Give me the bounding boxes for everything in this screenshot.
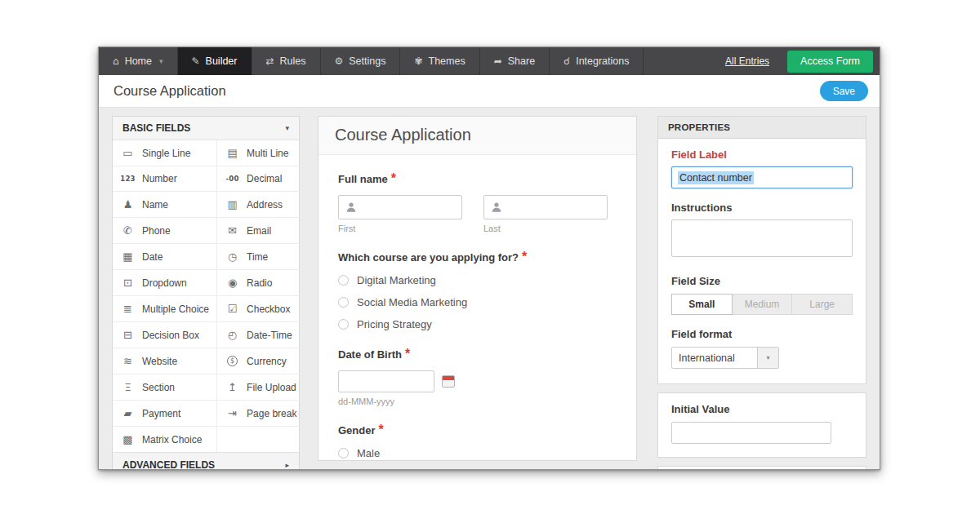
course-option-digital-marketing[interactable]: Digital Marketing xyxy=(338,274,617,286)
multi-line-icon: ▤ xyxy=(225,147,240,159)
all-entries-link[interactable]: All Entries xyxy=(725,55,769,67)
instructions-textarea[interactable] xyxy=(671,219,853,257)
field-item-radio[interactable]: ◉Radio xyxy=(216,269,304,295)
radio-icon[interactable] xyxy=(338,297,349,308)
last-name-input[interactable] xyxy=(483,195,608,219)
person-icon xyxy=(491,202,502,213)
checkbox-icon: ☑ xyxy=(225,303,240,315)
last-name-hint: Last xyxy=(483,224,608,233)
field-item-label: File Upload xyxy=(247,382,296,393)
advanced-fields-header[interactable]: ADVANCED FIELDS ▸ xyxy=(113,452,299,470)
course-option-social-media-marketing[interactable]: Social Media Marketing xyxy=(338,296,617,308)
field-item-label: Decision Box xyxy=(142,330,199,341)
radio-icon[interactable] xyxy=(338,448,349,459)
form-title-bar[interactable]: Course Application xyxy=(318,117,636,155)
field-item-date-time[interactable]: ◴Date-Time xyxy=(216,321,304,348)
field-item-multiple-choice[interactable]: ≣Multiple Choice xyxy=(113,295,216,321)
required-asterisk: * xyxy=(522,250,527,264)
field-item-label: Date-Time xyxy=(247,330,292,341)
settings-icon: ⚙ xyxy=(335,55,344,67)
field-item-decimal[interactable]: -00Decimal xyxy=(216,166,304,191)
person-icon xyxy=(345,202,357,213)
basic-fields-header[interactable]: BASIC FIELDS ▾ xyxy=(113,117,299,140)
validation-card: Validation ✓ Mandatory No Duplicates xyxy=(657,466,866,470)
field-item-label: Payment xyxy=(142,408,180,419)
website-icon: ≋ xyxy=(120,355,136,367)
currency-icon: $ xyxy=(227,356,238,366)
nav-tab-themes[interactable]: ✾ Themes xyxy=(400,47,479,75)
course-option-pricing-strategy[interactable]: Pricing Strategy xyxy=(338,318,617,330)
save-button[interactable]: Save xyxy=(820,81,868,101)
field-item-date[interactable]: ▦Date xyxy=(113,243,216,269)
nav-tab-share[interactable]: ➦ Share xyxy=(480,47,550,75)
initial-value-label: Initial Value xyxy=(671,403,853,415)
field-item-label: Single Line xyxy=(142,148,190,159)
field-item-number[interactable]: 123Number xyxy=(113,166,216,191)
field-item-multi-line[interactable]: ▤Multi Line xyxy=(216,140,304,166)
field-item-label: Matrix Choice xyxy=(142,434,202,445)
radio-icon[interactable] xyxy=(338,319,349,330)
number-icon: 123 xyxy=(120,175,136,183)
field-item-single-line[interactable]: ▭Single Line xyxy=(113,140,216,166)
field-item-label: Dropdown xyxy=(142,277,187,289)
field-item-email[interactable]: ✉Email xyxy=(216,217,304,243)
initial-value-input[interactable] xyxy=(671,422,831,444)
field-item-label: Email xyxy=(247,225,271,237)
nav-tab-integrations[interactable]: ☌ Integrations xyxy=(550,47,644,75)
field-course[interactable]: Which course are you applying for?* Digi… xyxy=(338,250,617,330)
calendar-icon[interactable] xyxy=(442,375,455,388)
nav-tab-settings[interactable]: ⚙ Settings xyxy=(321,47,401,75)
field-size-medium-button[interactable]: Medium xyxy=(733,294,793,315)
nav-tab-home-label: Home xyxy=(125,55,152,67)
field-label-label: Field Label xyxy=(671,148,853,161)
field-item-label: Page break xyxy=(247,408,296,419)
field-item-label: Address xyxy=(247,199,283,210)
field-item-label: Section xyxy=(142,382,175,393)
integrations-icon: ☌ xyxy=(564,55,570,67)
option-label: Digital Marketing xyxy=(357,274,436,286)
page-title: Course Application xyxy=(114,83,226,99)
field-item-label: Phone xyxy=(142,225,171,237)
field-item-time[interactable]: ◷Time xyxy=(216,243,304,269)
field-item-label: Radio xyxy=(247,277,272,289)
field-size-large-button[interactable]: Large xyxy=(792,294,853,315)
field-item-currency[interactable]: $Currency xyxy=(216,348,304,374)
field-item-checkbox[interactable]: ☑Checkbox xyxy=(216,295,304,321)
advanced-fields-label: ADVANCED FIELDS xyxy=(122,459,215,470)
radio-icon[interactable] xyxy=(338,275,349,286)
field-item-matrix-choice[interactable]: ▩Matrix Choice xyxy=(113,426,216,452)
field-item-decision-box[interactable]: ⊟Decision Box xyxy=(113,321,216,348)
field-item-name[interactable]: ♟Name xyxy=(113,191,216,217)
home-icon: ⌂ xyxy=(113,55,119,67)
nav-tab-rules[interactable]: ⇄ Rules xyxy=(252,47,320,75)
nav-tab-home[interactable]: ⌂ Home ▾ xyxy=(99,47,178,75)
form-title: Course Application xyxy=(335,126,620,144)
field-item-file-upload[interactable]: ↥File Upload xyxy=(216,374,304,400)
field-size-small-button[interactable]: Small xyxy=(671,294,733,315)
section-icon: Ξ xyxy=(120,381,136,393)
dob-label: Date of Birth xyxy=(338,348,402,361)
first-name-hint: First xyxy=(338,224,462,233)
field-item-page-break[interactable]: ⇥Page break xyxy=(216,400,304,426)
access-form-button[interactable]: Access Form xyxy=(787,51,873,73)
dob-input[interactable] xyxy=(338,370,434,392)
field-item-phone[interactable]: ✆Phone xyxy=(113,217,216,243)
field-palette: BASIC FIELDS ▾ ▭Single Line ▤Multi Line … xyxy=(112,116,300,470)
first-name-input[interactable] xyxy=(338,195,462,219)
field-item-dropdown[interactable]: ⊡Dropdown xyxy=(113,269,216,295)
field-date-of-birth[interactable]: Date of Birth* dd-MMM-yyyy xyxy=(338,347,617,406)
nav-tab-builder[interactable]: ✎ Builder xyxy=(178,47,252,75)
field-item-website[interactable]: ≋Website xyxy=(113,348,216,374)
field-format-select[interactable]: International ▾ xyxy=(671,347,779,369)
field-full-name[interactable]: Full name* First Last xyxy=(338,171,617,233)
field-gender[interactable]: Gender* Male Female xyxy=(338,423,617,461)
gender-option-male[interactable]: Male xyxy=(338,447,617,459)
field-item-label: Time xyxy=(247,251,268,263)
field-label-input[interactable]: Contact number xyxy=(671,166,853,188)
required-asterisk: * xyxy=(391,171,396,185)
basic-fields-label: BASIC FIELDS xyxy=(122,122,190,134)
field-item-payment[interactable]: ▰Payment xyxy=(113,400,216,426)
field-item-address[interactable]: ▥Address xyxy=(216,191,304,217)
field-item-section[interactable]: ΞSection xyxy=(113,374,216,400)
field-size-segmented-control: Small Medium Large xyxy=(671,294,853,315)
